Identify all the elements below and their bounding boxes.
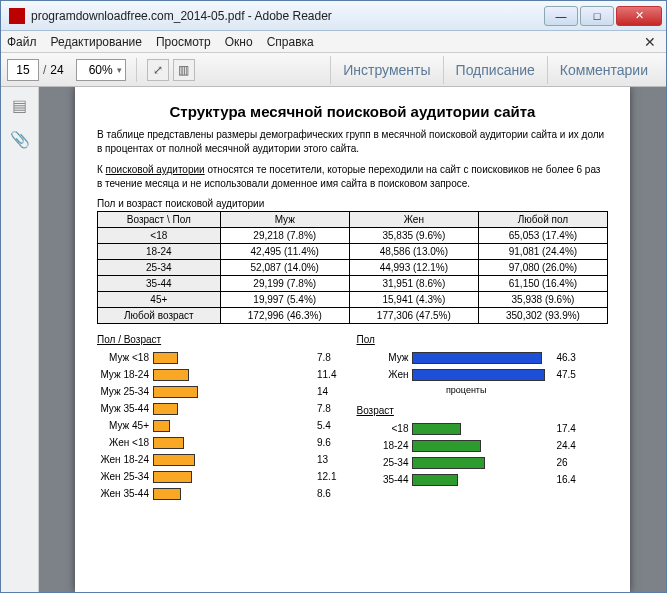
thumbnails-icon[interactable]: ▤ — [10, 95, 30, 115]
bar-label: 25-34 — [356, 457, 412, 468]
bar — [412, 457, 485, 469]
tools-panel-button[interactable]: Инструменты — [330, 56, 442, 84]
scroll-icon[interactable]: ▥ — [173, 59, 195, 81]
bar-value: 7.8 — [317, 403, 331, 414]
bar-label: Жен 35-44 — [97, 488, 153, 499]
bar-value: 24.4 — [556, 440, 575, 451]
bar-area — [153, 369, 313, 381]
menu-window[interactable]: Окно — [225, 35, 253, 49]
bar — [412, 369, 545, 381]
bar-label: Муж 35-44 — [97, 403, 153, 414]
bar-value: 46.3 — [556, 352, 575, 363]
attachments-icon[interactable]: 📎 — [10, 129, 30, 149]
menu-help[interactable]: Справка — [267, 35, 314, 49]
document-viewer[interactable]: Структура месячной поисковой аудитории с… — [39, 87, 666, 592]
menu-view[interactable]: Просмотр — [156, 35, 211, 49]
bar-row: Жен 35-448.6 — [97, 485, 336, 502]
bar-area — [153, 454, 313, 466]
bar — [412, 474, 458, 486]
bar-row: 25-3426 — [356, 454, 575, 471]
bar-row: Муж46.3 — [356, 349, 575, 366]
paragraph-1: В таблице представлены размеры демографи… — [97, 128, 608, 155]
chart-title-2: Пол — [356, 334, 575, 345]
zoom-select[interactable]: 60% — [76, 59, 126, 81]
th-3: Любой пол — [478, 212, 607, 228]
close-button[interactable]: ✕ — [616, 6, 662, 26]
bar — [153, 437, 184, 449]
bar-row: Жен 25-3412.1 — [97, 468, 336, 485]
bar-label: Жен <18 — [97, 437, 153, 448]
bar-area — [153, 471, 313, 483]
toolbar: / 24 60% ⤢ ▥ Инструменты Подписание Комм… — [1, 53, 666, 87]
bar-value: 16.4 — [556, 474, 575, 485]
bar-row: Муж 35-447.8 — [97, 400, 336, 417]
bar-row: Муж 25-3414 — [97, 383, 336, 400]
demographics-table: Возраст \ Пол Муж Жен Любой пол <1829,21… — [97, 211, 608, 324]
menubar: Файл Редактирование Просмотр Окно Справк… — [1, 31, 666, 53]
bar-label: Муж 25-34 — [97, 386, 153, 397]
bar-label: Муж 18-24 — [97, 369, 153, 380]
bar-value: 47.5 — [556, 369, 575, 380]
bar-area — [153, 437, 313, 449]
charts-area: Пол / Возраст Муж <187.8Муж 18-2411.4Муж… — [97, 334, 608, 502]
bar — [412, 352, 542, 364]
bar-row: Жен <189.6 — [97, 434, 336, 451]
page-sep: / — [43, 63, 46, 77]
bar-value: 8.6 — [317, 488, 331, 499]
bar-area — [153, 420, 313, 432]
th-1: Муж — [220, 212, 349, 228]
bar-label: Муж 45+ — [97, 420, 153, 431]
bar-area — [153, 488, 313, 500]
bar-label: Жен 25-34 — [97, 471, 153, 482]
menu-file[interactable]: Файл — [7, 35, 37, 49]
bar-area — [412, 474, 552, 486]
bar-area — [412, 440, 552, 452]
minimize-button[interactable]: — — [544, 6, 578, 26]
titlebar: programdownloadfree.com_2014-05.pdf - Ad… — [1, 1, 666, 31]
table-caption: Пол и возраст поисковой аудитории — [97, 198, 608, 209]
bar-value: 9.6 — [317, 437, 331, 448]
bar-label: Жен — [356, 369, 412, 380]
menubar-close-icon[interactable]: ✕ — [644, 34, 656, 50]
bar-row: Муж <187.8 — [97, 349, 336, 366]
bar — [412, 423, 461, 435]
menu-edit[interactable]: Редактирование — [51, 35, 142, 49]
bar-row: Жен 18-2413 — [97, 451, 336, 468]
bar-value: 12.1 — [317, 471, 336, 482]
bar-area — [412, 369, 552, 381]
bar — [153, 403, 178, 415]
main: ▤ 📎 Структура месячной поисковой аудитор… — [1, 87, 666, 592]
bar-label: 35-44 — [356, 474, 412, 485]
bar-value: 14 — [317, 386, 328, 397]
bar-value: 13 — [317, 454, 328, 465]
bar-row: Муж 45+5.4 — [97, 417, 336, 434]
chart-sex-age: Пол / Возраст Муж <187.8Муж 18-2411.4Муж… — [97, 334, 336, 502]
bar-label: Муж <18 — [97, 352, 153, 363]
bar-label: <18 — [356, 423, 412, 434]
separator — [136, 58, 137, 82]
bar-value: 17.4 — [556, 423, 575, 434]
app-icon — [9, 8, 25, 24]
bar-row: Муж 18-2411.4 — [97, 366, 336, 383]
fit-icon[interactable]: ⤢ — [147, 59, 169, 81]
bar-label: 18-24 — [356, 440, 412, 451]
bar-label: Жен 18-24 — [97, 454, 153, 465]
right-tools: Инструменты Подписание Комментарии — [330, 56, 660, 84]
paragraph-2: К поисковой аудитории относятся те посет… — [97, 163, 608, 190]
bar — [153, 386, 198, 398]
page-number-input[interactable] — [7, 59, 39, 81]
doc-title: Структура месячной поисковой аудитории с… — [97, 103, 608, 120]
bar-row: <1817.4 — [356, 420, 575, 437]
bar — [153, 488, 181, 500]
bar-value: 7.8 — [317, 352, 331, 363]
bar-value: 5.4 — [317, 420, 331, 431]
bar-area — [153, 403, 313, 415]
bar-row: 18-2424.4 — [356, 437, 575, 454]
sign-panel-button[interactable]: Подписание — [443, 56, 547, 84]
bar-area — [153, 386, 313, 398]
bar — [412, 440, 480, 452]
chart-title-3: Возраст — [356, 405, 575, 416]
maximize-button[interactable]: □ — [580, 6, 614, 26]
comments-panel-button[interactable]: Комментарии — [547, 56, 660, 84]
bar-value: 11.4 — [317, 369, 336, 380]
